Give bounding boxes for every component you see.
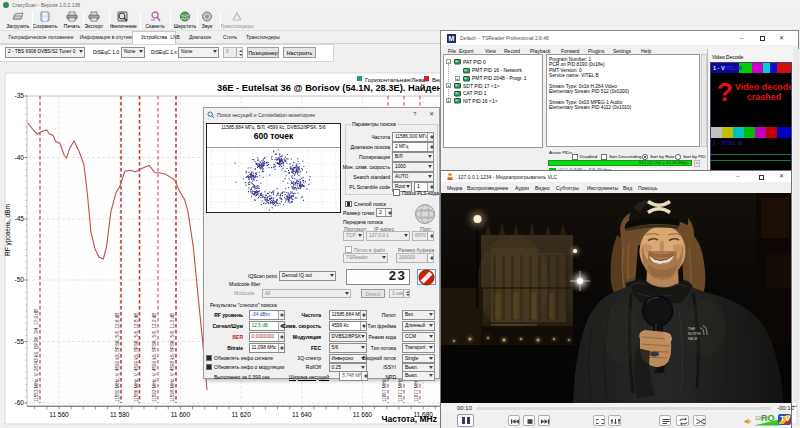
svg-text:11553 MHz, V, 28743 kS, QPSK,: 11553 MHz, V, 28743 kS, QPSK, 3/4, 17.9 … [34,309,39,402]
svg-text:11598 MHz, V, 4598 kS, 8PSK, 5: 11598 MHz, V, 4598 kS, 8PSK, 5/6, 11.3 d… [170,313,175,402]
svg-text:11592 MHz, V, 4599 kS, 8PSK, 5: 11592 MHz, V, 4599 kS, 8PSK, 5/6, 12.2 d… [152,313,157,402]
svg-text:11 580: 11 580 [110,411,130,418]
svg-text:-60: -60 [15,399,25,406]
svg-text:11 600: 11 600 [171,411,191,418]
svg-text:11 620: 11 620 [231,411,251,418]
svg-text:NORTH: NORTH [688,332,701,336]
svg-text:Горизонтальная/Левая: Горизонтальная/Левая [365,77,428,83]
svg-text:11586 MHz, V, 4599 kS, 8PSK, 5: 11586 MHz, V, 4599 kS, 8PSK, 5/6, 12.8 d… [134,313,139,402]
svg-text:11 640: 11 640 [292,411,312,418]
svg-text:11 560: 11 560 [49,411,69,418]
svg-text:-35: -35 [15,92,25,99]
svg-text:-50: -50 [15,276,25,283]
svg-text:11580 MHz, V, 4599 kS, 8PSK, 5: 11580 MHz, V, 4599 kS, 8PSK, 5/6, 12.6 d… [115,313,120,402]
svg-text:-40: -40 [15,154,25,161]
svg-text:RF уровень, dBm: RF уровень, dBm [4,204,12,256]
svg-text:-45: -45 [15,215,25,222]
svg-text:FACE: FACE [688,337,698,341]
svg-text:-55: -55 [15,338,25,345]
svg-text:Частота, MHz: Частота, MHz [381,414,437,424]
svg-text:THE: THE [688,327,696,331]
svg-text:11 660: 11 660 [353,411,373,418]
